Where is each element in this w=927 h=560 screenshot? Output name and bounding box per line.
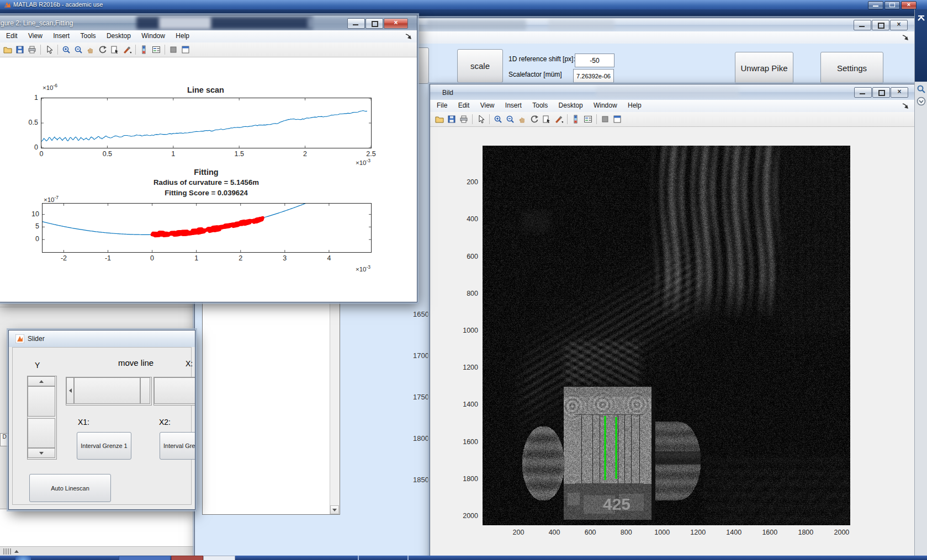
menu-edit[interactable]: Edit xyxy=(454,100,474,109)
x-slider-b[interactable] xyxy=(153,377,195,406)
pointer-icon[interactable] xyxy=(475,114,486,124)
slider-titlebar[interactable]: Slider xyxy=(9,330,195,347)
pan-hand-icon[interactable] xyxy=(85,45,96,55)
legend-icon[interactable] xyxy=(151,45,162,55)
print-icon[interactable] xyxy=(27,45,38,55)
x-slider-a[interactable] xyxy=(66,377,152,406)
menu-insert[interactable]: Insert xyxy=(49,30,74,40)
zoom-in-icon[interactable] xyxy=(492,114,504,124)
result-listbox[interactable] xyxy=(202,286,340,515)
settings-button[interactable]: Settings xyxy=(820,52,883,84)
bild-titlebar[interactable]: Bild × xyxy=(430,84,915,100)
menu-file[interactable]: File xyxy=(430,100,452,109)
rotate-icon[interactable] xyxy=(529,114,540,124)
menu-tools[interactable]: Tools xyxy=(76,30,100,40)
slider-track[interactable] xyxy=(154,377,195,404)
scalefactor-input[interactable]: 7.26392e-06 xyxy=(573,69,614,83)
dock-figure-icon[interactable] xyxy=(902,34,909,41)
figure2-menubar: Edit View Insert Tools Desktop Window He… xyxy=(0,30,417,43)
slider-left-icon[interactable] xyxy=(66,377,74,404)
hide-plot-tools-icon[interactable] xyxy=(600,114,611,124)
search-icon[interactable] xyxy=(917,84,926,94)
menu-tools[interactable]: Tools xyxy=(528,100,552,109)
expand-arrow-icon[interactable] xyxy=(14,550,19,553)
close-button[interactable]: × xyxy=(384,18,408,29)
datacursor-icon[interactable] xyxy=(109,45,120,55)
menu-insert[interactable]: Insert xyxy=(501,100,526,109)
slider-track[interactable] xyxy=(28,386,55,417)
open-file-icon[interactable] xyxy=(2,45,13,55)
hide-plot-tools-icon[interactable] xyxy=(168,45,179,55)
collapse-up-icon[interactable] xyxy=(917,15,925,22)
interval-grenze-1-button[interactable]: Interval Grenze 1 xyxy=(77,432,131,460)
slider-track[interactable] xyxy=(74,377,140,404)
y-slider[interactable] xyxy=(27,376,57,460)
restore-button[interactable] xyxy=(884,1,900,9)
tick-label: 800 xyxy=(447,290,478,297)
zoom-in-icon[interactable] xyxy=(61,45,72,55)
zoom-out-icon[interactable] xyxy=(73,45,84,55)
maximize-button[interactable] xyxy=(365,18,383,29)
listbox-scrollbar[interactable] xyxy=(330,287,340,514)
fitting-xscale-label: ×10-3 xyxy=(337,264,370,273)
colorbar-icon[interactable] xyxy=(570,114,581,124)
close-button[interactable]: × xyxy=(901,1,917,9)
datacursor-icon[interactable] xyxy=(541,114,552,124)
minimize-button[interactable] xyxy=(854,20,871,30)
start-button[interactable] xyxy=(15,556,31,560)
docked-panel-tab[interactable]: D xyxy=(0,433,9,446)
menu-edit[interactable]: Edit xyxy=(0,30,22,40)
brush-icon[interactable] xyxy=(121,45,133,55)
print-icon[interactable] xyxy=(458,114,469,124)
minimize-button[interactable] xyxy=(854,87,872,98)
minimize-button[interactable] xyxy=(868,1,883,9)
menu-help[interactable]: Help xyxy=(623,100,646,109)
brush-icon[interactable] xyxy=(553,114,564,124)
tick-label: 1.5 xyxy=(234,150,243,158)
taskbar[interactable] xyxy=(0,556,927,560)
slider-up-icon[interactable] xyxy=(28,376,55,386)
maximize-button[interactable] xyxy=(872,87,890,98)
taskbar-item[interactable] xyxy=(203,556,235,560)
slider-down-icon[interactable] xyxy=(28,448,55,458)
unwrap-pike-button[interactable]: Unwrap Pike xyxy=(735,52,793,84)
close-button[interactable]: × xyxy=(891,87,908,98)
matlab-titlebar[interactable]: MATLAB R2016b - academic use × xyxy=(0,0,927,9)
pan-hand-icon[interactable] xyxy=(517,114,528,124)
maximize-button[interactable] xyxy=(872,20,889,30)
interval-grenze-2-button[interactable]: Interval Grenze 2 xyxy=(160,432,195,460)
scale-button[interactable]: scale xyxy=(457,49,503,83)
menu-view[interactable]: View xyxy=(24,30,47,40)
save-icon[interactable] xyxy=(446,114,457,124)
taskbar-item[interactable] xyxy=(119,556,171,560)
slider-thumb[interactable] xyxy=(140,377,150,404)
menu-view[interactable]: View xyxy=(476,100,499,109)
menu-help[interactable]: Help xyxy=(171,30,194,40)
figure2-titlebar[interactable]: Figure 2: Line_scan,Fitting × xyxy=(0,15,417,30)
slider-thumb[interactable] xyxy=(28,418,55,448)
legend-icon[interactable] xyxy=(582,114,594,124)
menu-window[interactable]: Window xyxy=(589,100,622,109)
dock-plot-tools-icon[interactable] xyxy=(180,45,191,55)
scroll-down-icon[interactable] xyxy=(330,505,339,514)
pointer-icon[interactable] xyxy=(44,45,55,55)
taskbar-item-active[interactable] xyxy=(171,556,203,560)
dock-figure-icon[interactable] xyxy=(405,33,412,40)
close-button[interactable]: × xyxy=(890,20,908,30)
dock-figure-icon[interactable] xyxy=(902,102,909,110)
bild-window: Bild × File Edit View Insert Tools Deskt… xyxy=(430,84,915,560)
resize-gripper[interactable] xyxy=(3,548,4,554)
minimize-button[interactable] xyxy=(347,18,365,29)
menu-desktop[interactable]: Desktop xyxy=(554,100,587,109)
auto-linescan-button[interactable]: Auto Linescan xyxy=(29,474,111,502)
colorbar-icon[interactable] xyxy=(139,45,150,55)
menu-window[interactable]: Window xyxy=(137,30,169,40)
menu-desktop[interactable]: Desktop xyxy=(102,30,135,40)
save-icon[interactable] xyxy=(14,45,25,55)
rotate-icon[interactable] xyxy=(97,45,108,55)
dock-plot-tools-icon[interactable] xyxy=(612,114,623,124)
dropdown-circle-icon[interactable] xyxy=(917,97,926,106)
ref-shift-input[interactable]: -50 xyxy=(575,54,615,67)
open-file-icon[interactable] xyxy=(434,114,445,124)
zoom-out-icon[interactable] xyxy=(505,114,516,124)
